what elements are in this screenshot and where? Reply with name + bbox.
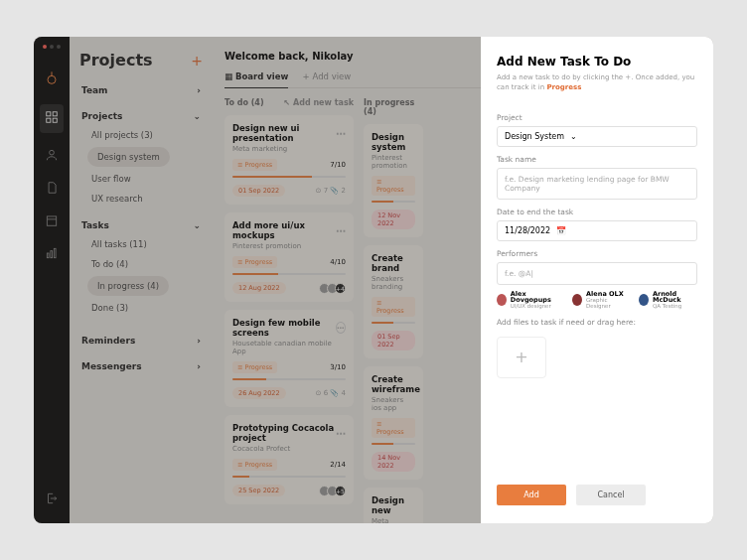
avatar (572, 294, 582, 306)
label-files: Add files to task if need or drag here: (497, 318, 697, 327)
label-performers: Performers (497, 249, 697, 258)
avatar (639, 294, 649, 306)
performer-role: Graphic Designer (586, 298, 625, 310)
app-window: Projects+ Team› Projects⌄ All projects (… (34, 37, 713, 523)
avatar (497, 294, 507, 306)
performer-option[interactable]: Alex DovgopupsUI/UX designer (497, 291, 558, 310)
modal-hint: Add a new task to do by clicking the +. … (497, 73, 697, 93)
date-input[interactable]: 11/28/2022📅 (497, 220, 697, 241)
performer-option[interactable]: Arnold McDuckQA Testing (639, 291, 697, 310)
file-dropzone[interactable]: + (497, 337, 546, 378)
calendar-icon: 📅 (556, 226, 566, 235)
label-task-name: Task name (497, 155, 697, 164)
performer-role: QA Testing (653, 304, 697, 310)
label-project: Project (497, 113, 697, 122)
add-button[interactable]: Add (497, 485, 566, 505)
project-select[interactable]: Design System⌄ (497, 126, 697, 147)
add-task-modal: Add New Task To Do Add a new task to do … (481, 37, 713, 523)
label-date: Date to end the task (497, 208, 697, 216)
performer-name: Arnold McDuck (653, 291, 697, 305)
task-name-input[interactable]: f.e. Design marketing lending page for B… (497, 168, 697, 200)
performers-input[interactable]: f.e. @A| (497, 262, 697, 285)
cancel-button[interactable]: Cancel (576, 485, 646, 505)
performer-name: Alex Dovgopups (511, 291, 558, 305)
chevron-down-icon: ⌄ (570, 132, 577, 141)
performer-option[interactable]: Alena OLXGraphic Designer (572, 291, 625, 310)
modal-title: Add New Task To Do (497, 55, 697, 69)
performer-role: UI/UX designer (511, 304, 558, 310)
